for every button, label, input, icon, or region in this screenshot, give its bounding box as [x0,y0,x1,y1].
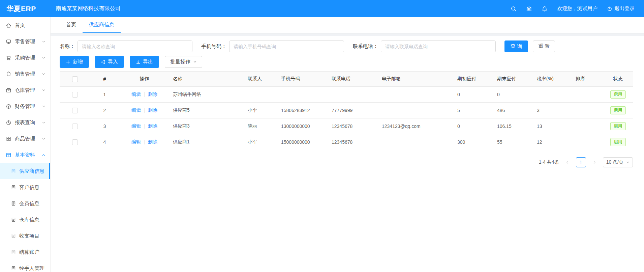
cell-tax: 3 [533,103,572,118]
tab-bar: 首页 供应商信息 [51,17,644,33]
sidebar-item-finance[interactable]: 财务管理 [0,98,50,114]
bank-icon[interactable] [526,6,532,12]
cell-opening: 5 [454,103,494,118]
chevron-down-icon [42,105,45,108]
delete-link[interactable]: 删除 [148,91,157,97]
cell-email [378,134,454,150]
add-button[interactable]: 新增 [60,56,89,68]
sidebar-subitem-settlement-account[interactable]: 结算账户 [0,244,50,260]
sidebar-item-sales[interactable]: 销售管理 [0,66,50,82]
chevron-down-icon [42,56,45,60]
batch-operations-button[interactable]: 批量操作 [165,56,202,68]
pagination-total: 1-4 共4条 [539,159,559,165]
status-badge: 启用 [610,106,626,115]
tab-supplier-info[interactable]: 供应商信息 [83,17,121,33]
cell-sort [572,134,603,150]
chevron-down-icon [626,161,630,164]
edit-link[interactable]: 编辑 [131,107,141,113]
sales-icon [6,71,11,77]
export-icon [136,60,141,64]
tab-home[interactable]: 首页 [60,17,83,33]
col-mobile: 手机号码 [278,72,328,87]
filter-bar: 名称： 手机号码： 联系电话： 查 询 重 置 [60,40,633,52]
row-checkbox[interactable] [72,92,78,98]
col-tax-rate: 税率(%) [533,72,572,87]
col-sort: 排序 [572,72,603,87]
reset-button[interactable]: 重 置 [533,40,555,52]
sidebar-item-label: 采购管理 [15,55,35,61]
document-icon [11,168,16,174]
select-all-checkbox[interactable] [72,76,78,82]
cell-index: 4 [90,134,119,150]
cell-mobile: 13000000000 [278,118,328,134]
edit-link[interactable]: 编辑 [131,123,141,129]
mobile-filter-input[interactable] [229,40,344,52]
row-checkbox[interactable] [72,108,78,113]
sidebar-subitem-handler-management[interactable]: 经手人管理 [0,260,50,272]
row-checkbox[interactable] [72,139,78,145]
sidebar-item-basic-data[interactable]: 基本资料 [0,147,50,163]
col-closing-payable: 期末应付 [494,72,533,87]
import-button-label: 导入 [108,59,118,65]
sidebar-subitem-customer-info[interactable]: 客户信息 [0,179,50,195]
sidebar-item-retail[interactable]: 零售管理 [0,33,50,50]
cell-index: 3 [90,118,119,134]
sidebar-item-label: 商品管理 [15,136,35,142]
sidebar-subitem-supplier-info[interactable]: 供应商信息 [0,163,50,179]
cell-closing: 0 [494,87,533,103]
page-number-button[interactable]: 1 [576,157,586,167]
name-filter-input[interactable] [78,40,192,52]
sidebar-item-label: 销售管理 [15,71,35,77]
warehouse-icon [6,87,11,93]
main-content: 首页 供应商信息 名称： 手机号码： 联系电话： 查 询 重 置 新增 [51,17,644,272]
sidebar-item-purchase[interactable]: 采购管理 [0,50,50,66]
document-icon [11,185,16,190]
export-button[interactable]: 导出 [130,56,159,68]
edit-link[interactable]: 编辑 [131,139,141,144]
chevron-down-icon [42,88,45,92]
table-row: 1 编辑删除 苏州蜗牛网络 0 0 启用 [60,87,633,103]
cell-phone: 12345678 [328,118,378,134]
cell-closing: 106.15 [494,118,533,134]
cell-contact: 小军 [244,134,278,150]
cell-name: 供应商1 [170,134,244,150]
sidebar-subitem-member-info[interactable]: 会员信息 [0,195,50,212]
sidebar-item-warehouse[interactable]: 仓库管理 [0,82,50,98]
logout-button[interactable]: 退出登录 [607,5,635,12]
document-icon [11,233,16,239]
delete-link[interactable]: 删除 [148,139,157,144]
cell-opening: 300 [454,134,494,150]
sidebar-item-home[interactable]: 首页 [0,17,50,33]
chevron-right-icon [592,160,596,164]
table-row: 4 编辑删除 供应商1 小军 15000000000 12345678 300 … [60,134,633,150]
sidebar-item-label: 财务管理 [15,103,35,110]
chevron-down-icon [42,121,45,125]
search-button[interactable]: 查 询 [504,40,528,52]
page-size-select[interactable]: 10 条/页 [603,157,633,167]
edit-link[interactable]: 编辑 [131,91,141,97]
prev-page-button[interactable] [562,157,573,167]
chevron-down-icon [193,60,197,64]
pagination: 1-4 共4条 1 10 条/页 [60,157,633,167]
document-icon [11,201,16,206]
row-checkbox[interactable] [72,124,78,129]
search-icon[interactable] [511,6,517,12]
cell-sort [572,103,603,118]
sidebar-item-reports[interactable]: 报表查询 [0,114,50,131]
phone-filter-input[interactable] [381,40,496,52]
sidebar-subitem-income-expense[interactable]: 收支项目 [0,228,50,244]
sidebar-subitem-label: 结算账户 [19,249,39,255]
bell-icon[interactable] [542,6,548,12]
import-button[interactable]: 导入 [95,56,124,68]
sidebar-item-products[interactable]: 商品管理 [0,131,50,147]
status-badge: 启用 [610,138,626,146]
table-row: 2 编辑删除 供应商5 小季 15806283912 77779999 5 48… [60,103,633,118]
col-phone: 联系电话 [328,72,378,87]
next-page-button[interactable] [589,157,600,167]
sidebar-item-label: 仓库管理 [15,87,35,93]
delete-link[interactable]: 删除 [148,107,157,113]
delete-link[interactable]: 删除 [148,123,157,129]
sidebar-subitem-warehouse-info[interactable]: 仓库信息 [0,212,50,228]
sidebar-item-label: 零售管理 [15,38,35,45]
cell-opening: 0 [454,87,494,103]
